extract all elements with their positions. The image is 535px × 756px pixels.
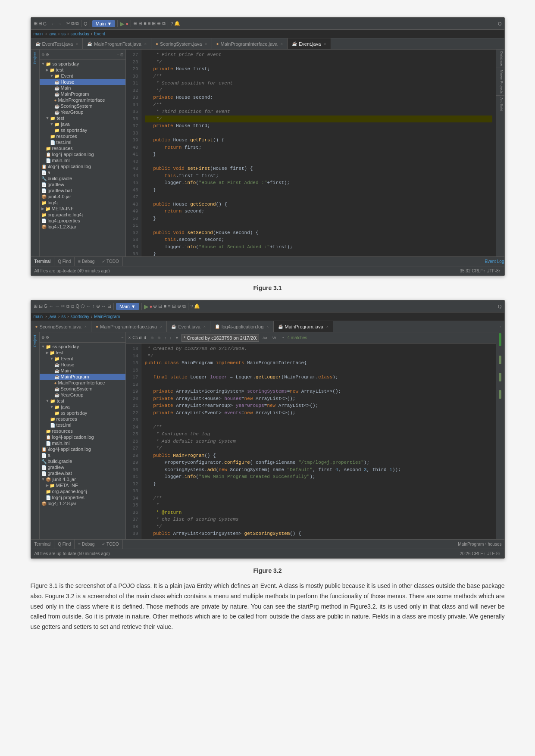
search-nav-back[interactable]: ⊕ xyxy=(150,336,154,340)
code-editor-2[interactable]: * Created by c1623793 on 2/17/2018. */ p… xyxy=(141,344,496,539)
tree-ss-sportsday-sub[interactable]: 📁ss sportsday xyxy=(40,127,125,133)
tree2-java[interactable]: ▼📁java xyxy=(40,404,125,410)
toolbar-icon-cut[interactable]: ✂ xyxy=(66,21,70,26)
main-config-button[interactable]: Main ▼ xyxy=(92,20,116,27)
toolbar-icon-search[interactable]: Q xyxy=(84,21,88,26)
project-label[interactable]: Project xyxy=(32,50,38,67)
search-icon-top[interactable]: Q xyxy=(498,21,502,26)
whole-words-toggle[interactable]: W xyxy=(272,336,276,340)
toolbar-debug-icon[interactable]: ● xyxy=(125,21,128,26)
tab-mainprograminterface[interactable]: ● MainProgramInterface.java × xyxy=(212,38,288,50)
nav-java[interactable]: java xyxy=(47,31,58,36)
maven-label[interactable]: Maven Projects xyxy=(496,68,504,96)
tree2-gradlew-bat[interactable]: 📄gradlew.bat xyxy=(40,470,125,476)
toolbar-icon-back[interactable]: ← xyxy=(51,21,56,26)
sidebar-sync-icon[interactable]: ⊕ xyxy=(41,53,45,57)
search-input-field[interactable] xyxy=(181,334,259,342)
sidebar2-sync[interactable]: ⊕ xyxy=(41,335,45,340)
tree-build-gradle[interactable]: 🔧build.gradle xyxy=(40,175,125,181)
todo-tab-2[interactable]: ✓ TODO xyxy=(98,540,122,549)
ant-label[interactable]: Ant Build xyxy=(496,96,504,113)
tree-log4j-app[interactable]: 📋log4j-application.log xyxy=(40,151,125,157)
tree-junit[interactable]: 📦junit-4.0.jar xyxy=(40,194,125,200)
tree-log4j-outer[interactable]: 📋\log4j-application.log xyxy=(40,163,125,169)
tree-org-apache[interactable]: 📁org.apache.log4j xyxy=(40,212,125,218)
sidebar2-collapse[interactable]: − xyxy=(121,335,123,340)
tree-test[interactable]: ▶📁test xyxy=(40,67,125,73)
tab2-scoringsystem[interactable]: ● ScoringSystem.java × xyxy=(31,321,92,332)
search-nav-prev[interactable]: ↑ xyxy=(164,336,166,340)
search-filter-icon[interactable]: ▼ xyxy=(175,336,179,340)
tree2-log-outer[interactable]: 📋\log4j-application.log xyxy=(40,446,125,452)
toolbar-icon-paste[interactable]: ⧉ xyxy=(75,21,79,26)
code-editor-1[interactable]: * First prize for event */ private House… xyxy=(141,50,496,256)
search-nav-fwd[interactable]: ⊕ xyxy=(157,336,161,340)
tree2-build[interactable]: 🔧build.gradle xyxy=(40,458,125,464)
tree-ss-sportsday[interactable]: ▼📁ss sportsday xyxy=(40,61,125,67)
tree-meta-inf[interactable]: ▶📁META-INF xyxy=(40,206,125,212)
nav-main[interactable]: main xyxy=(31,31,46,36)
sidebar-expand-icon[interactable]: ⊟ xyxy=(120,53,124,57)
tree-gradlew[interactable]: 📄gradlew xyxy=(40,181,125,187)
tree-mainprograminterface[interactable]: ●MainProgramInterface xyxy=(40,97,125,103)
tree2-mainprograminterface[interactable]: ●MainProgramInterface xyxy=(40,380,125,386)
search-nav-next[interactable]: ↓ xyxy=(170,336,172,340)
sidebar-collapse-icon[interactable]: − xyxy=(117,53,119,57)
regex-toggle[interactable]: .* xyxy=(281,336,284,340)
tree-java-folder[interactable]: ▼📁java xyxy=(40,121,125,127)
database-label[interactable]: Database xyxy=(496,50,504,68)
tab-scroll-right[interactable]: →| xyxy=(496,325,504,329)
tree-house-1[interactable]: ☕House xyxy=(40,79,125,85)
tree2-main-iml[interactable]: 📄main.iml xyxy=(40,440,125,446)
tree-gradlew-bat[interactable]: 📄gradlew.bat xyxy=(40,187,125,194)
toolbar2-run[interactable]: ▶ xyxy=(144,303,149,310)
tree2-test[interactable]: ▶📁test xyxy=(40,350,125,356)
debug-tab[interactable]: ≡ Debug xyxy=(75,257,98,266)
tree2-log4j-jar[interactable]: 📦log4j-1.2.8.jar xyxy=(40,500,125,506)
tree2-gradlew[interactable]: 📄gradlew xyxy=(40,464,125,470)
tree2-meta-inf[interactable]: ▶📁META-INF xyxy=(40,482,125,488)
find-tab[interactable]: Q Find xyxy=(54,257,75,266)
tab2-log[interactable]: 📋 log4j-application.log × xyxy=(210,321,274,332)
tree-event-folder[interactable]: ▼📁Event xyxy=(40,73,125,79)
tree-main[interactable]: ☕Main xyxy=(40,85,125,91)
toolbar2-notify[interactable]: 🔔 xyxy=(194,303,200,309)
event-log-button[interactable]: Event Log xyxy=(485,259,504,264)
tab2-mainprograminterface[interactable]: ● MainProgramInterface.java × xyxy=(91,321,167,332)
tree2-ss[interactable]: ▼📁ss sportsday xyxy=(40,344,125,350)
tree2-event[interactable]: ▼📁Event xyxy=(40,356,125,362)
tab-scoringsystem[interactable]: ● ScoringSystem.java × xyxy=(151,38,212,50)
tree2-main[interactable]: ☕Main xyxy=(40,368,125,374)
tree-mainprogram[interactable]: ☕MainProgram xyxy=(40,91,125,97)
tree2-yeargroup[interactable]: ☕YearGroup xyxy=(40,392,125,398)
main-config-button-2[interactable]: Main ▼ xyxy=(116,303,139,310)
sidebar2-settings[interactable]: ⚙ xyxy=(46,335,49,340)
tree2-ss-sub[interactable]: 📁ss sportsday xyxy=(40,410,125,416)
nav2-main[interactable]: main xyxy=(31,314,46,319)
tab-event[interactable]: ☕ Event.java × xyxy=(288,38,331,50)
nav2-mainprogram[interactable]: MainProgram xyxy=(92,314,122,319)
tab2-event[interactable]: ☕ Event.java × xyxy=(167,321,210,332)
tree2-resources[interactable]: 📁resources xyxy=(40,416,125,422)
tree-log4j-jar[interactable]: 📦log4j-1.2.8.jar xyxy=(40,224,125,230)
nav2-java[interactable]: java xyxy=(47,314,58,319)
tree2-scoringsystem[interactable]: ☕ScoringSystem xyxy=(40,386,125,392)
tree2-mainprogram[interactable]: ☕MainProgram xyxy=(40,374,125,380)
tree2-org-apache[interactable]: 📁org.apache.log4j xyxy=(40,488,125,494)
tree2-house[interactable]: ☕House xyxy=(40,362,125,368)
todo-tab[interactable]: ✓ TODO xyxy=(98,257,122,266)
find-tab-2[interactable]: Q Find xyxy=(54,540,75,549)
toolbar-icon-copy[interactable]: ⧉ xyxy=(71,21,75,26)
tree2-props[interactable]: 📄log4j.properties xyxy=(40,494,125,500)
tab-eventtest[interactable]: ☕ EventTest.java × xyxy=(31,38,83,50)
terminal-tab-2[interactable]: Terminal xyxy=(31,540,55,549)
toolbar-notify-icon[interactable]: 🔔 xyxy=(174,21,180,26)
match-case-toggle[interactable]: Aa xyxy=(263,336,267,340)
toolbar2-debug[interactable]: ● xyxy=(150,304,153,309)
toolbar-icon-misc[interactable]: ⊕ ⊟ ■ ≡ ⊞ ⊕ ⧉ xyxy=(133,21,166,26)
tree-test2[interactable]: ▼📁test xyxy=(40,115,125,121)
tree-yeargroup[interactable]: ☕YearGroup xyxy=(40,109,125,115)
tree-resources[interactable]: 📁resources xyxy=(40,133,125,139)
tab2-mainprogram[interactable]: ☕ MainProgram.java × xyxy=(274,321,334,332)
tree-log4j-folder[interactable]: 📁log4j xyxy=(40,200,125,206)
